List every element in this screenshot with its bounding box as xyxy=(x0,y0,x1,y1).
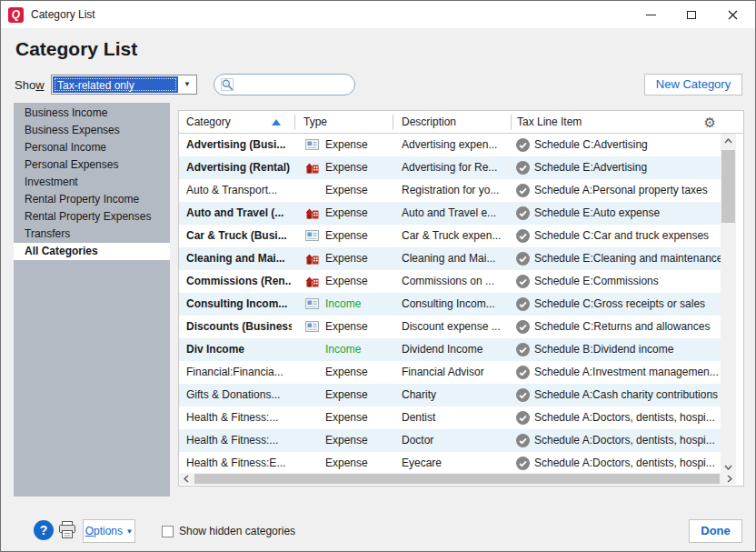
sidebar-item-rental-property-income[interactable]: Rental Property Income xyxy=(14,191,170,208)
column-header-category[interactable]: Category xyxy=(186,111,231,134)
table-header: Category Type Description Tax Line Item … xyxy=(179,111,743,134)
sidebar-item-business-expenses[interactable]: Business Expenses xyxy=(14,122,170,139)
rental-property-icon xyxy=(305,253,319,265)
tax-line-cell: Schedule C:Advertising xyxy=(534,134,721,156)
type-cell: Expense xyxy=(325,361,368,384)
rental-property-icon xyxy=(305,162,319,174)
chevron-down-icon[interactable]: ▼ xyxy=(178,75,196,94)
description-cell: Advertising expen... xyxy=(402,134,509,156)
sidebar-item-label: Personal Expenses xyxy=(25,158,118,171)
show-hidden-categories-label: Show hidden categories xyxy=(179,519,295,543)
type-icon xyxy=(305,230,319,242)
vertical-scrollbar[interactable] xyxy=(721,134,736,475)
search-input[interactable] xyxy=(238,76,349,93)
type-cell: Expense xyxy=(325,270,368,293)
table-row[interactable]: Advertising (Busi... Expense Advertising… xyxy=(179,134,722,156)
tax-check-icon xyxy=(516,229,530,243)
table-row[interactable]: Auto & Transport... Expense Registration… xyxy=(179,179,722,202)
tax-line-cell: Schedule E:Advertising xyxy=(534,156,721,179)
type-cell: Expense xyxy=(325,134,368,156)
table-row[interactable]: Financial:Financia... Expense Financial … xyxy=(179,361,722,384)
tax-line-cell: Schedule E:Auto expense xyxy=(534,202,721,225)
business-icon xyxy=(305,230,319,241)
sidebar-item-investment[interactable]: Investment xyxy=(14,174,170,191)
done-button[interactable]: Done xyxy=(689,519,742,543)
table-row[interactable]: Auto and Travel (... Expense Auto and Tr… xyxy=(179,202,722,225)
category-cell: Health & Fitness:... xyxy=(186,429,292,452)
sidebar-item-personal-income[interactable]: Personal Income xyxy=(14,139,170,156)
type-cell: Income xyxy=(325,338,361,361)
sidebar-item-personal-expenses[interactable]: Personal Expenses xyxy=(14,156,170,174)
description-cell: Car & Truck expen... xyxy=(402,225,509,247)
category-cell: Consulting Incom... xyxy=(186,293,292,316)
tax-check-icon xyxy=(516,161,530,175)
help-button[interactable]: ? xyxy=(34,520,54,540)
table-row[interactable]: Health & Fitness:... Expense Doctor Sche… xyxy=(179,429,722,452)
description-cell: Advertising for Re... xyxy=(402,156,509,179)
horizontal-scrollbar[interactable] xyxy=(180,473,736,485)
type-icon xyxy=(305,162,319,174)
tax-check-icon xyxy=(516,343,530,356)
type-cell: Expense xyxy=(325,316,368,338)
description-cell: Commissions on ... xyxy=(402,270,509,293)
table-body: Advertising (Busi... Expense Advertising… xyxy=(179,134,722,475)
chevron-down-icon: ▼ xyxy=(125,527,133,536)
search-box[interactable] xyxy=(214,74,355,95)
options-button[interactable]: Options ▼ xyxy=(83,519,135,543)
table-row[interactable]: Health & Fitness:E... Expense Eyecare Sc… xyxy=(179,452,722,475)
sidebar-item-business-income[interactable]: Business Income xyxy=(14,105,170,122)
maximize-button[interactable] xyxy=(676,1,707,28)
tax-check-icon xyxy=(516,297,530,311)
tax-check-icon xyxy=(516,275,530,288)
tax-line-cell: Schedule A:Doctors, dentists, hospi... xyxy=(534,406,721,429)
scroll-right-button[interactable] xyxy=(723,473,736,485)
category-cell: Auto and Travel (... xyxy=(186,202,292,225)
chevron-left-icon xyxy=(184,475,189,483)
scroll-left-button[interactable] xyxy=(180,473,193,485)
tax-check-icon xyxy=(516,206,530,220)
vertical-scrollbar-thumb[interactable] xyxy=(721,150,735,223)
table-row[interactable]: Cleaning and Mai... Expense Cleaning and… xyxy=(179,247,722,270)
sidebar-item-label: Investment xyxy=(25,176,78,188)
sidebar-item-all-categories[interactable]: All Categories xyxy=(14,243,170,260)
gear-icon[interactable]: ⚙ xyxy=(704,114,716,132)
column-header-tax-line-item[interactable]: Tax Line Item xyxy=(517,111,582,134)
sidebar-item-rental-property-expenses[interactable]: Rental Property Expenses xyxy=(14,208,170,226)
table-row[interactable]: Div Income Income Dividend Income Schedu… xyxy=(179,338,722,361)
table-row[interactable]: Discounts (Business) Expense Discount ex… xyxy=(179,316,722,338)
close-button[interactable] xyxy=(717,1,748,28)
table-row[interactable]: Commissions (Ren... Expense Commissions … xyxy=(179,270,722,293)
show-label: Show xyxy=(15,78,45,92)
scroll-up-button[interactable] xyxy=(721,134,736,148)
description-cell: Discount expense ... xyxy=(402,316,509,338)
description-cell: Eyecare xyxy=(402,452,509,475)
table-row[interactable]: Gifts & Donations... Expense Charity Sch… xyxy=(179,384,722,406)
tax-check-icon xyxy=(516,184,530,197)
show-hidden-categories-checkbox[interactable] xyxy=(162,526,174,537)
tax-check-icon xyxy=(516,252,530,266)
sidebar-item-label: Rental Property Expenses xyxy=(25,210,151,223)
table-row[interactable]: Consulting Incom... Income Consulting In… xyxy=(179,293,722,316)
new-category-button[interactable]: New Category xyxy=(644,74,742,95)
sidebar-item-label: Personal Income xyxy=(25,141,106,154)
category-cell: Discounts (Business) xyxy=(186,316,292,338)
table-row[interactable]: Advertising (Rental) Expense Advertising… xyxy=(179,156,722,179)
column-header-type[interactable]: Type xyxy=(303,111,327,134)
show-filter-dropdown[interactable]: Tax-related only ▼ xyxy=(51,75,197,95)
tax-check-icon xyxy=(516,320,530,334)
minimize-button[interactable] xyxy=(635,1,666,28)
tax-check-icon xyxy=(516,366,530,379)
type-cell: Expense xyxy=(325,179,368,202)
print-button[interactable] xyxy=(57,520,77,540)
category-cell: Commissions (Ren... xyxy=(186,270,292,293)
horizontal-scrollbar-thumb[interactable] xyxy=(194,474,720,484)
sidebar-item-transfers[interactable]: Transfers xyxy=(14,226,170,243)
column-header-description[interactable]: Description xyxy=(402,111,456,134)
category-table: Category Type Description Tax Line Item … xyxy=(178,110,744,487)
table-row[interactable]: Health & Fitness:... Expense Dentist Sch… xyxy=(179,406,722,429)
description-cell: Financial Advisor xyxy=(402,361,509,384)
category-cell: Health & Fitness:E... xyxy=(186,452,292,475)
table-row[interactable]: Car & Truck (Busi... Expense Car & Truck… xyxy=(179,225,722,247)
title-bar[interactable]: Q Category List xyxy=(1,1,755,28)
type-cell: Expense xyxy=(325,452,368,475)
